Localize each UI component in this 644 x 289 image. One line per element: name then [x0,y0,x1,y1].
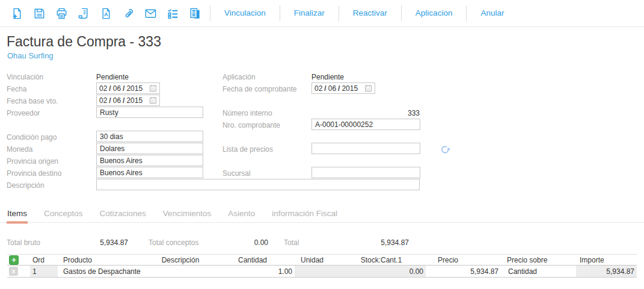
proveedor-input[interactable] [96,107,203,118]
toolbar-divider [466,5,467,21]
aplicacion-status: Pendiente [311,73,344,81]
col-header-stock: Stock:Cant.1 [337,255,426,266]
save-icon[interactable] [28,3,51,23]
nro-comprobante-input[interactable] [311,119,420,130]
toolbar-divider [401,5,402,21]
print-icon[interactable] [51,3,73,23]
total-bruto-label: Total bruto [7,238,40,247]
lista-precios-input[interactable] [311,143,420,154]
tab-informacion-fiscal[interactable]: información Fiscal [271,209,338,223]
toolbar-divider [339,5,339,21]
new-document-icon[interactable] [6,3,28,23]
anular-button[interactable]: Anular [470,3,514,23]
date-separator: / [123,96,124,105]
condicion-pago-input[interactable] [96,131,203,142]
reactivar-button[interactable]: Reactivar [343,3,397,23]
document-a-icon[interactable]: A [95,3,117,23]
vinculacion-label: Vinculación [7,73,43,81]
col-header-precio: Precio [426,255,501,266]
fecha-comprobante-date-input[interactable]: 02 / 06 / 2015 [311,82,375,94]
finalizar-button[interactable]: Finalizar [284,3,335,23]
vinculacion-button[interactable]: Vinculacion [214,3,276,23]
sucursal-label: Sucursal [222,169,251,178]
toolbar-divider [210,5,210,21]
svg-text:A: A [104,11,108,17]
items-table: + Ord Producto Descripción Cantidad Unid… [7,254,637,278]
fecha-base-year: 2015 [126,96,143,105]
fecha-base-label: Fecha base vto. [7,97,58,105]
refresh-icon[interactable] [438,143,452,156]
aplicacion-button[interactable]: Aplicacion [405,3,463,23]
total-value: 5,934.87 [319,238,409,247]
table-row: x 1 Gastos de Despachante 1.00 0.00 5,93… [7,266,637,278]
total-label: Total [284,238,299,247]
col-header-precio-sobre: Precio sobre [501,255,576,266]
calendar-icon[interactable] [149,96,157,104]
provincia-origen-label: Provincia origen [7,157,58,166]
col-header-producto: Producto [58,255,150,266]
toolbar-divider [280,5,280,21]
add-row-button[interactable]: + [9,255,19,265]
tab-bar: Items Conceptos Cotizaciones Vencimiento… [7,209,338,223]
date-separator: / [109,84,111,93]
tab-conceptos[interactable]: Conceptos [43,209,84,223]
email-icon[interactable] [140,3,162,23]
calendar-icon[interactable] [149,84,157,92]
sucursal-input[interactable] [311,167,420,178]
cell-ord: 1 [30,266,58,278]
fecha-comprobante-month: 06 [328,84,336,93]
fecha-date-input[interactable]: 02 / 06 / 2015 [96,82,160,94]
calendar-icon[interactable] [364,84,372,92]
cell-producto[interactable]: Gastos de Despachante [58,266,150,278]
tab-cotizaciones[interactable]: Cotizaciones [99,209,147,223]
numero-interno-value: 333 [311,109,420,117]
cell-precio-sobre[interactable]: Cantidad [501,266,576,278]
cell-descripcion[interactable] [150,266,210,278]
fecha-month: 06 [113,84,121,93]
date-separator: / [324,84,326,93]
delete-row-button[interactable]: x [9,267,18,276]
condicion-pago-label: Condición pago [7,133,57,141]
cell-unidad [295,266,337,278]
cell-stock: 0.00 [337,266,426,278]
descripcion-label: Descripción [7,181,44,190]
col-header-importe: Importe [576,255,637,266]
provincia-destino-input[interactable] [96,167,203,178]
col-header-cantidad: Cantidad [210,255,295,266]
tab-asiento[interactable]: Asiento [227,209,256,223]
fecha-base-date-input[interactable]: 02 / 06 / 2015 [96,95,160,106]
tab-separator-line [0,222,644,223]
total-conceptos-label: Total conceptos [149,238,198,247]
fecha-year: 2015 [126,84,143,93]
attachment-icon[interactable] [117,3,140,23]
provincia-origen-input[interactable] [96,155,203,166]
moneda-label: Moneda [7,145,32,154]
col-header-descripcion: Descripción [150,255,210,266]
vinculacion-status: Pendiente [96,73,129,81]
cell-cantidad[interactable]: 1.00 [210,266,295,278]
checklist-icon[interactable] [162,3,184,23]
numero-interno-label: Número interno [222,109,272,117]
date-separator: / [123,84,124,93]
fecha-comprobante-label: Fecha de comprobante [222,85,296,93]
table-header-row: + Ord Producto Descripción Cantidad Unid… [7,255,637,266]
receipt-icon[interactable] [73,3,95,23]
provincia-destino-label: Provincia destino [7,169,61,178]
fecha-comprobante-day: 02 [314,84,322,93]
supplier-link[interactable]: Ohau Surfing [7,51,54,60]
fecha-comprobante-year: 2015 [342,84,358,93]
tab-vencimientos[interactable]: Vencimientos [162,209,212,223]
date-separator: / [109,96,111,105]
copy-document-icon[interactable] [184,3,206,23]
tab-items[interactable]: Items [7,209,28,223]
descripcion-input[interactable] [96,179,420,190]
cell-precio[interactable]: 5,934.87 [426,266,501,278]
col-header-ord: Ord [30,255,58,266]
lista-precios-label: Lista de precios [222,145,273,154]
toolbar: A Vinculacion Finalizar Reactivar Aplica… [0,0,644,27]
fecha-base-month: 06 [113,96,121,105]
date-separator: / [338,84,340,93]
moneda-input[interactable] [96,143,203,154]
fecha-base-day: 02 [99,96,107,105]
cell-importe: 5,934.87 [576,266,637,278]
